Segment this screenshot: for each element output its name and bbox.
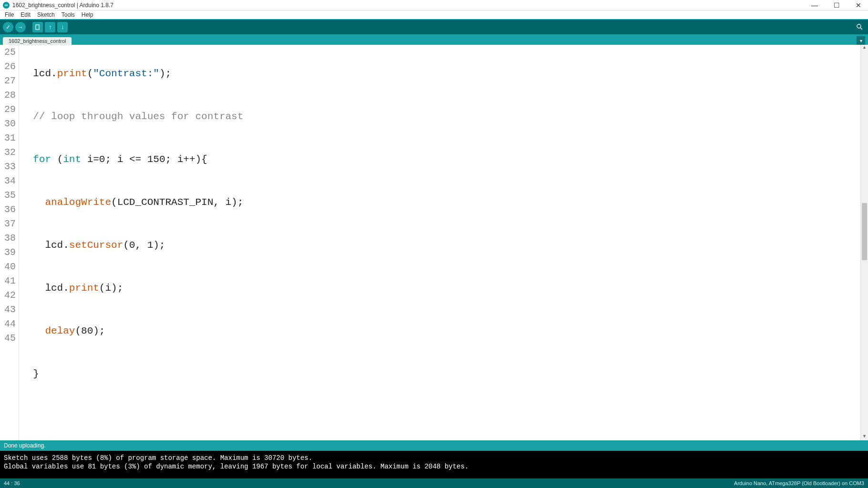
line-number: 40 <box>0 259 19 274</box>
line-number: 32 <box>0 145 19 159</box>
status-message: Done uploading. <box>4 442 45 449</box>
svg-line-2 <box>860 28 862 30</box>
line-number: 42 <box>0 288 19 302</box>
window-controls: — ☐ ✕ <box>808 1 865 9</box>
board-port-info: Arduino Nano, ATmega328P (Old Bootloader… <box>734 480 864 486</box>
serial-monitor-button[interactable] <box>855 22 865 32</box>
line-number: 33 <box>0 159 19 173</box>
code-area[interactable]: lcd.print("Contrast:"); // loop through … <box>19 45 860 440</box>
code-editor[interactable]: 25 26 27 28 29 30 31 32 33 34 35 36 37 3… <box>0 45 868 440</box>
upload-button[interactable]: → <box>15 22 26 32</box>
scrollbar-thumb[interactable] <box>862 203 867 260</box>
line-number: 34 <box>0 173 19 188</box>
window-title: 1602_brightness_control | Arduino 1.8.7 <box>12 2 808 9</box>
maximize-button[interactable]: ☐ <box>830 1 843 9</box>
menu-help[interactable]: Help <box>79 11 96 18</box>
menu-sketch[interactable]: Sketch <box>34 11 58 18</box>
svg-rect-0 <box>36 25 39 30</box>
verify-button[interactable]: ✓ <box>3 22 13 32</box>
scroll-up-arrow-icon[interactable]: ▲ <box>861 45 868 51</box>
arduino-app-icon <box>3 2 10 9</box>
line-number-gutter: 25 26 27 28 29 30 31 32 33 34 35 36 37 3… <box>0 45 19 440</box>
line-number: 30 <box>0 116 19 131</box>
line-number: 36 <box>0 202 19 216</box>
menubar: File Edit Sketch Tools Help <box>0 10 868 19</box>
toolbar: ✓ → ↑ ↓ <box>0 19 868 34</box>
line-number: 26 <box>0 59 19 73</box>
line-number: 29 <box>0 102 19 116</box>
save-sketch-button[interactable]: ↓ <box>57 22 68 32</box>
titlebar: 1602_brightness_control | Arduino 1.8.7 … <box>0 0 868 10</box>
line-number: 43 <box>0 302 19 316</box>
menu-tools[interactable]: Tools <box>59 11 78 18</box>
close-button[interactable]: ✕ <box>852 1 865 9</box>
sketch-tab[interactable]: 1602_brightness_control <box>3 37 72 45</box>
scroll-down-arrow-icon[interactable]: ▼ <box>861 434 868 440</box>
tabbar: 1602_brightness_control ▾ <box>0 34 868 45</box>
new-sketch-button[interactable] <box>32 22 43 32</box>
status-bar: Done uploading. <box>0 440 868 451</box>
line-number: 44 <box>0 316 19 331</box>
line-number: 35 <box>0 188 19 202</box>
line-number: 27 <box>0 73 19 88</box>
line-number: 41 <box>0 274 19 288</box>
minimize-button[interactable]: — <box>808 1 821 9</box>
menu-edit[interactable]: Edit <box>18 11 33 18</box>
line-number: 45 <box>0 331 19 345</box>
console-line: Global variables use 81 bytes (3%) of dy… <box>4 463 469 470</box>
line-number: 37 <box>0 216 19 231</box>
line-number: 38 <box>0 231 19 245</box>
open-sketch-button[interactable]: ↑ <box>45 22 55 32</box>
line-number: 25 <box>0 45 19 59</box>
menu-file[interactable]: File <box>2 11 17 18</box>
vertical-scrollbar[interactable]: ▲ ▼ <box>860 45 868 440</box>
console-line: Sketch uses 2588 bytes (8%) of program s… <box>4 454 312 462</box>
footer-bar: 44 : 36 Arduino Nano, ATmega328P (Old Bo… <box>0 478 868 488</box>
console-output[interactable]: Sketch uses 2588 bytes (8%) of program s… <box>0 451 868 478</box>
line-number: 31 <box>0 131 19 145</box>
tab-menu-button[interactable]: ▾ <box>857 36 865 45</box>
line-number: 39 <box>0 245 19 259</box>
line-number: 28 <box>0 88 19 102</box>
svg-point-1 <box>857 24 861 28</box>
cursor-position: 44 : 36 <box>4 480 20 486</box>
